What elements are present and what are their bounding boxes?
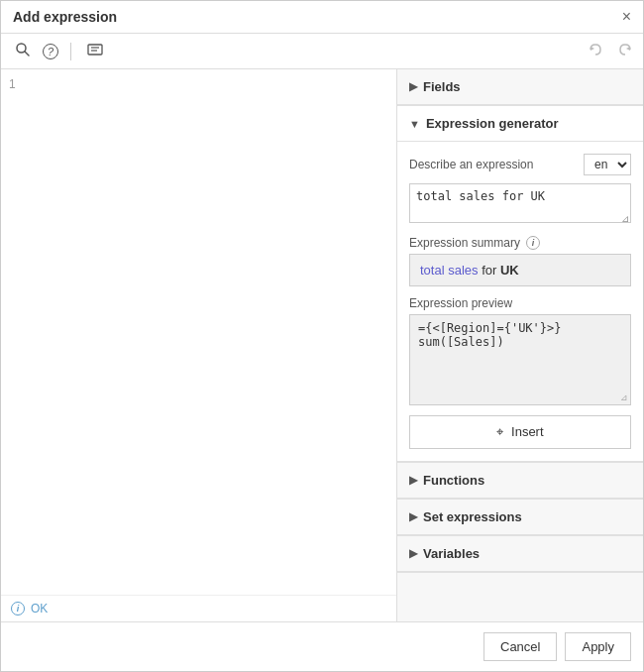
- resize-handle-icon: ⊿: [621, 213, 629, 224]
- set-expressions-section: ▶ Set expressions: [397, 500, 643, 536]
- summary-total-sales: total sales: [420, 263, 479, 278]
- summary-for: for: [482, 263, 500, 278]
- toolbar-divider: [70, 43, 71, 60]
- describe-input[interactable]: total sales for UK: [409, 183, 631, 223]
- expression-summary-box: total sales for UK: [409, 254, 631, 286]
- close-button[interactable]: ×: [622, 9, 631, 25]
- fields-label: Fields: [423, 79, 461, 94]
- summary-uk: UK: [500, 263, 519, 278]
- insert-button[interactable]: ⌖ Insert: [409, 415, 631, 449]
- describe-input-wrapper: total sales for UK ⊿: [409, 183, 631, 226]
- ok-label: OK: [31, 602, 48, 616]
- comment-icon[interactable]: [83, 41, 107, 61]
- variables-arrow: ▶: [409, 547, 417, 560]
- functions-arrow: ▶: [409, 474, 417, 487]
- redo-button[interactable]: [617, 42, 633, 60]
- editor-footer: i OK: [1, 595, 396, 621]
- set-expressions-arrow: ▶: [409, 510, 417, 523]
- expression-generator-arrow: ▼: [409, 118, 420, 130]
- preview-label: Expression preview: [409, 296, 631, 310]
- expression-generator-content: Describe an expression en total sales fo…: [397, 142, 643, 462]
- undo-button[interactable]: [588, 42, 603, 60]
- help-icon[interactable]: ?: [43, 44, 58, 59]
- code-editor[interactable]: [24, 77, 388, 587]
- svg-marker-5: [590, 47, 594, 51]
- dialog-body: 1 i OK ▶ Fields ▼ Express: [1, 69, 643, 621]
- dialog-header: Add expression ×: [1, 1, 643, 34]
- summary-label-row: Expression summary i: [409, 236, 631, 250]
- preview-resize-icon: ⊿: [620, 393, 628, 402]
- expression-generator-label: Expression generator: [426, 116, 559, 131]
- editor-area[interactable]: 1: [1, 69, 396, 595]
- cancel-button[interactable]: Cancel: [483, 632, 557, 661]
- info-icon: i: [11, 602, 25, 616]
- expression-generator-header[interactable]: ▼ Expression generator: [397, 106, 643, 142]
- fields-section-header[interactable]: ▶ Fields: [397, 69, 643, 105]
- fields-arrow: ▶: [409, 80, 417, 93]
- set-expressions-label: Set expressions: [423, 509, 522, 524]
- add-expression-dialog: Add expression × ?: [0, 0, 644, 672]
- variables-section-header[interactable]: ▶ Variables: [397, 536, 643, 572]
- dialog-title: Add expression: [13, 9, 117, 25]
- expression-generator-section: ▼ Expression generator Describe an expre…: [397, 106, 643, 463]
- lang-select[interactable]: en: [584, 154, 631, 175]
- set-expressions-section-header[interactable]: ▶ Set expressions: [397, 500, 643, 535]
- preview-textarea[interactable]: ={<[Region]={'UK'}>} sum([Sales]): [418, 321, 622, 395]
- apply-button[interactable]: Apply: [565, 632, 631, 661]
- variables-label: Variables: [423, 546, 480, 561]
- editor-panel: 1 i OK: [1, 69, 397, 621]
- describe-label: Describe an expression: [409, 158, 533, 171]
- summary-label-text: Expression summary: [409, 236, 520, 250]
- variables-section: ▶ Variables: [397, 536, 643, 573]
- insert-cursor-icon: ⌖: [496, 424, 503, 439]
- summary-info-icon[interactable]: i: [526, 236, 540, 250]
- insert-label: Insert: [511, 424, 544, 439]
- svg-marker-6: [626, 47, 630, 51]
- describe-row: Describe an expression en: [409, 154, 631, 175]
- svg-line-1: [25, 52, 29, 56]
- search-icon[interactable]: [11, 40, 35, 62]
- dialog-toolbar: ?: [1, 34, 643, 69]
- functions-section-header[interactable]: ▶ Functions: [397, 463, 643, 499]
- line-numbers: 1: [9, 77, 16, 587]
- fields-section: ▶ Fields: [397, 69, 643, 106]
- dialog-footer: Cancel Apply: [1, 621, 643, 671]
- right-panel: ▶ Fields ▼ Expression generator Describe…: [397, 69, 643, 621]
- preview-box: ={<[Region]={'UK'}>} sum([Sales]) ⊿: [409, 314, 631, 405]
- functions-section: ▶ Functions: [397, 463, 643, 500]
- functions-label: Functions: [423, 473, 484, 488]
- svg-rect-2: [88, 45, 102, 55]
